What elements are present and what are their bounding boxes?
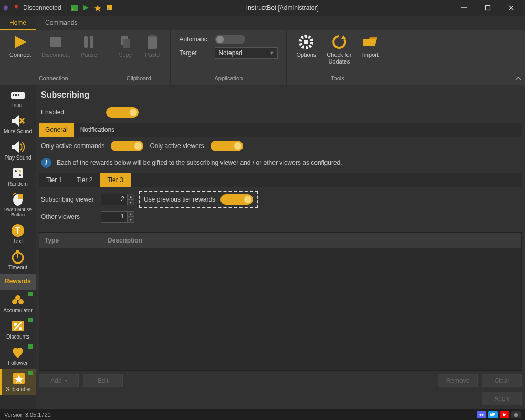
active-indicator xyxy=(28,371,33,375)
apply-button[interactable]: Apply xyxy=(482,392,522,405)
svg-point-38 xyxy=(12,299,17,304)
target-select[interactable]: Notepad ▼ xyxy=(215,47,278,59)
paste-button[interactable]: Paste xyxy=(139,33,166,59)
svg-text:T: T xyxy=(15,226,20,235)
sidebar-item-discounts[interactable]: Discounts xyxy=(0,317,36,343)
ribbon-collapse-button[interactable] xyxy=(514,75,522,82)
shortcut-icon-1[interactable] xyxy=(71,4,78,12)
subtab-general[interactable]: General xyxy=(39,123,74,136)
subtab-notifications[interactable]: Notifications xyxy=(74,123,121,136)
copy-icon xyxy=(117,34,133,50)
sidebar-item-swap-mouse[interactable]: Swap Mouse Button xyxy=(0,190,36,221)
heart-icon xyxy=(9,345,26,360)
maximize-button[interactable] xyxy=(476,0,499,16)
svg-rect-10 xyxy=(84,36,88,48)
use-previous-toggle[interactable] xyxy=(220,194,253,205)
svg-point-17 xyxy=(304,40,308,44)
tier-tabs: Tier 1 Tier 2 Tier 3 xyxy=(39,173,522,187)
table-body[interactable] xyxy=(39,248,521,370)
copy-button[interactable]: Copy xyxy=(111,33,139,59)
connect-button[interactable]: Connect xyxy=(4,33,36,59)
pause-button[interactable]: Pause xyxy=(75,33,102,59)
highlighted-option: Use previous tier rewards xyxy=(139,191,258,208)
sidebar-item-timeout[interactable]: Timeout xyxy=(0,247,36,274)
column-header-type[interactable]: Type xyxy=(45,237,108,244)
shortcut-icon-2[interactable] xyxy=(82,4,90,12)
shortcut-icon-4[interactable] xyxy=(106,4,113,12)
add-button[interactable]: Add xyxy=(39,374,79,387)
only-active-viewers-toggle[interactable] xyxy=(211,141,243,151)
chevron-down-icon: ▼ xyxy=(269,50,274,56)
refresh-icon xyxy=(331,34,348,50)
sidebar-item-subscriber[interactable]: Subscriber xyxy=(0,369,36,395)
tier-tab-2[interactable]: Tier 2 xyxy=(69,173,100,187)
subscribing-viewer-input[interactable]: 2 xyxy=(101,194,127,205)
clear-button[interactable]: Clear xyxy=(482,374,522,387)
target-label: Target xyxy=(179,49,211,57)
plug-disconnected-icon xyxy=(13,4,20,12)
speaker-icon xyxy=(9,140,26,154)
text-icon: T xyxy=(9,223,26,238)
sidebar-item-random[interactable]: Random xyxy=(0,164,36,190)
other-viewers-input[interactable]: 1 xyxy=(101,211,127,223)
svg-point-47 xyxy=(480,414,481,416)
sidebar-item-text[interactable]: T Text xyxy=(0,221,36,247)
tier-tab-1[interactable]: Tier 1 xyxy=(39,173,69,187)
edit-button[interactable]: Edit xyxy=(83,374,123,387)
info-icon: i xyxy=(41,158,51,168)
minimize-button[interactable] xyxy=(452,0,476,16)
speaker-mute-icon xyxy=(9,113,26,128)
spinner-down-icon[interactable]: ▼ xyxy=(127,200,134,205)
window-title: InstructBot [Administrator] xyxy=(113,4,452,12)
check-updates-button[interactable]: Check for Updates xyxy=(321,33,356,66)
sidebar-item-play-sound[interactable]: Play Sound xyxy=(0,138,36,164)
automatic-label: Automatic xyxy=(179,36,211,43)
remove-button[interactable]: Remove xyxy=(438,374,478,387)
spinner-down-icon[interactable]: ▼ xyxy=(127,217,134,223)
enabled-toggle[interactable] xyxy=(106,107,139,118)
gear-icon xyxy=(298,34,314,50)
content-panel: Subscribing Enabled General Notification… xyxy=(36,85,525,410)
folder-open-icon xyxy=(362,34,379,50)
misc-icon[interactable] xyxy=(511,411,521,418)
percent-icon xyxy=(9,319,26,333)
sidebar-item-follower[interactable]: Follower xyxy=(0,343,36,369)
shortcut-icon-3[interactable] xyxy=(94,4,101,12)
ribbon-group-application: Application xyxy=(175,74,282,83)
other-viewers-label: Other viewers xyxy=(41,213,97,220)
menu-bar: Home Commands xyxy=(0,16,525,30)
spinner-up-icon[interactable]: ▲ xyxy=(127,194,134,200)
svg-rect-11 xyxy=(90,36,93,48)
sidebar-item-input[interactable]: Input xyxy=(0,85,36,111)
sidebar-heading-rewards[interactable]: Rewards xyxy=(0,274,36,290)
sidebar-item-accumulator[interactable]: Accumulator xyxy=(0,290,36,317)
close-button[interactable] xyxy=(499,0,523,16)
column-header-description[interactable]: Description xyxy=(108,237,516,244)
automatic-toggle[interactable] xyxy=(215,35,245,44)
svg-point-28 xyxy=(15,170,17,172)
twitter-icon[interactable] xyxy=(488,411,498,418)
svg-marker-26 xyxy=(12,141,19,153)
mouse-swap-icon xyxy=(9,192,26,207)
use-previous-label: Use previous tier rewards xyxy=(144,196,215,203)
disconnect-button[interactable]: Disconnect xyxy=(36,33,75,59)
stop-icon xyxy=(47,34,64,50)
options-button[interactable]: Options xyxy=(291,33,321,59)
menu-tab-home[interactable]: Home xyxy=(0,16,36,30)
svg-marker-23 xyxy=(12,115,19,127)
ribbon-group-tools: Tools xyxy=(291,74,384,83)
import-button[interactable]: Import xyxy=(356,33,384,59)
ribbon: Connect Disconnect Pause Connection Copy… xyxy=(0,30,525,85)
discord-icon[interactable] xyxy=(477,411,486,418)
youtube-icon[interactable] xyxy=(500,411,509,418)
dice-icon xyxy=(9,166,26,181)
sidebar: Input Mute Sound Play Sound Random Swap … xyxy=(0,85,36,410)
svg-rect-2 xyxy=(107,5,112,10)
ribbon-group-connection: Connection xyxy=(4,74,102,83)
star-icon xyxy=(10,371,27,386)
menu-tab-commands[interactable]: Commands xyxy=(36,16,87,30)
spinner-up-icon[interactable]: ▲ xyxy=(127,211,134,217)
sidebar-item-mute-sound[interactable]: Mute Sound xyxy=(0,111,36,138)
tier-tab-3[interactable]: Tier 3 xyxy=(100,173,130,187)
only-active-commands-toggle[interactable] xyxy=(111,141,143,151)
